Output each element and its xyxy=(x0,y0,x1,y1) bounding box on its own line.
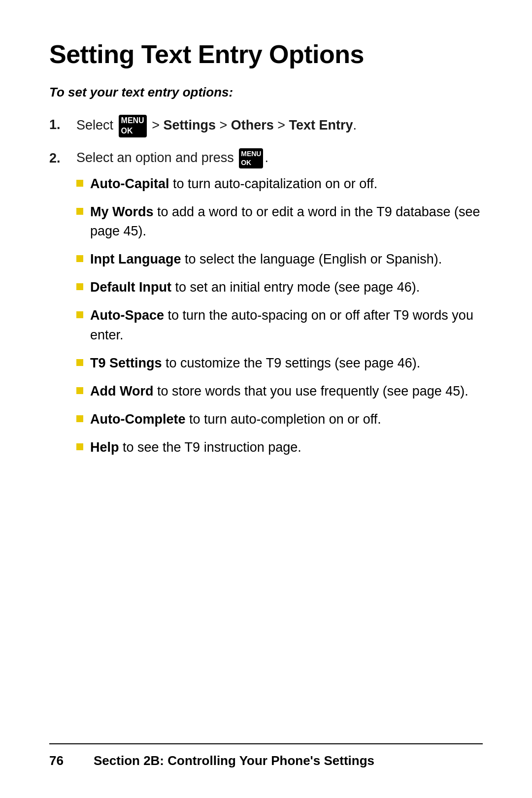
bullet-square-5 xyxy=(76,311,83,318)
bullet-text-my-words: My Words to add a word to or edit a word… xyxy=(90,202,483,241)
page-footer: 76 Section 2B: Controlling Your Phone's … xyxy=(49,743,483,768)
term-auto-complete: Auto-Complete xyxy=(90,412,185,427)
bullet-text-auto-complete: Auto-Complete to turn auto-completion on… xyxy=(90,410,483,429)
bullet-marker-3 xyxy=(76,250,90,262)
bullet-square-6 xyxy=(76,359,83,366)
menu-ok-icon-1: MENUOK xyxy=(119,115,147,137)
bullet-marker-1 xyxy=(76,174,90,187)
footer-section-title: Section 2B: Controlling Your Phone's Set… xyxy=(94,753,374,768)
bullet-square-3 xyxy=(76,255,83,262)
bullet-text-default-input: Default Input to set an initial entry mo… xyxy=(90,278,483,297)
term-my-words: My Words xyxy=(90,204,154,219)
subtitle: To set your text entry options: xyxy=(49,85,483,100)
bullet-default-input: Default Input to set an initial entry mo… xyxy=(76,278,483,297)
bullet-marker-9 xyxy=(76,438,90,450)
step-1-content: Select MENUOK > Settings > Others > Text… xyxy=(76,115,483,137)
bullet-my-words: My Words to add a word to or edit a word… xyxy=(76,202,483,241)
bullet-square-8 xyxy=(76,415,83,422)
menu-ok-icon-2: MENUOK xyxy=(239,148,263,168)
footer-page-number: 76 xyxy=(49,753,74,768)
bullet-square-7 xyxy=(76,387,83,394)
bullet-text-auto-space: Auto-Space to turn the auto-spacing on o… xyxy=(90,306,483,344)
term-add-word: Add Word xyxy=(90,384,153,399)
bullet-marker-5 xyxy=(76,306,90,318)
bullet-add-word: Add Word to store words that you use fre… xyxy=(76,382,483,401)
term-help: Help xyxy=(90,440,119,455)
term-inpt-language: Inpt Language xyxy=(90,252,181,266)
bullet-auto-space: Auto-Space to turn the auto-spacing on o… xyxy=(76,306,483,344)
step-2-number: 2. xyxy=(49,148,76,168)
main-content: Setting Text Entry Options To set your t… xyxy=(49,39,483,743)
bullet-auto-complete: Auto-Complete to turn auto-completion on… xyxy=(76,410,483,429)
bullet-inpt-language: Inpt Language to select the language (En… xyxy=(76,250,483,269)
bullet-t9-settings: T9 Settings to customize the T9 settings… xyxy=(76,354,483,373)
bullet-square-9 xyxy=(76,443,83,450)
bullet-text-auto-capital: Auto-Capital to turn auto-capitalization… xyxy=(90,174,483,194)
bullet-marker-8 xyxy=(76,410,90,422)
bullet-square-1 xyxy=(76,180,83,187)
page-title: Setting Text Entry Options xyxy=(49,39,483,69)
page-container: Setting Text Entry Options To set your t… xyxy=(0,0,532,798)
term-auto-space: Auto-Space xyxy=(90,308,164,323)
bullet-marker-6 xyxy=(76,354,90,366)
bullet-text-help: Help to see the T9 instruction page. xyxy=(90,438,483,457)
step-1-number: 1. xyxy=(49,115,76,134)
bullet-text-t9-settings: T9 Settings to customize the T9 settings… xyxy=(90,354,483,373)
bullet-square-2 xyxy=(76,208,83,215)
step-2-content: Select an option and press MENUOK. Auto-… xyxy=(76,148,483,466)
bullet-auto-capital: Auto-Capital to turn auto-capitalization… xyxy=(76,174,483,194)
term-default-input: Default Input xyxy=(90,280,171,295)
term-t9-settings: T9 Settings xyxy=(90,356,162,370)
steps-list: 1. Select MENUOK > Settings > Others > T… xyxy=(49,115,483,466)
bullet-marker-7 xyxy=(76,382,90,394)
bullet-square-4 xyxy=(76,283,83,290)
bullet-marker-4 xyxy=(76,278,90,290)
step-1: 1. Select MENUOK > Settings > Others > T… xyxy=(49,115,483,137)
bullet-marker-2 xyxy=(76,202,90,215)
bullet-text-inpt-language: Inpt Language to select the language (En… xyxy=(90,250,483,269)
step-2: 2. Select an option and press MENUOK. Au… xyxy=(49,148,483,466)
bullet-text-add-word: Add Word to store words that you use fre… xyxy=(90,382,483,401)
bullet-help: Help to see the T9 instruction page. xyxy=(76,438,483,457)
term-auto-capital: Auto-Capital xyxy=(90,176,169,191)
bullet-list: Auto-Capital to turn auto-capitalization… xyxy=(76,174,483,458)
